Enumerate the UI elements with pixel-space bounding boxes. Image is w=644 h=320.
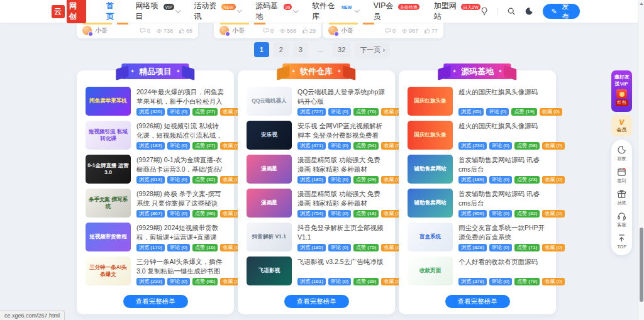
post-card-partial[interactable]: 小哥073865 [77, 23, 198, 38]
page-button[interactable]: 32 [333, 42, 350, 57]
vip-member-entry[interactable]: V 会员 [611, 115, 632, 136]
page-button[interactable]: 3 [293, 42, 308, 57]
views-badge: 浏览 (170) [136, 244, 165, 251]
browser-status-url: ce.xge6.com/267.html [0, 311, 65, 320]
column-ribbon: ✦源码基地✦ [443, 63, 511, 79]
tool-label: 客服 [617, 222, 626, 228]
lamp-icon[interactable] [480, 6, 489, 16]
invite-line-1: 邀好友 [614, 74, 629, 80]
scrollbar[interactable] [638, 0, 644, 320]
next-page-button[interactable]: 下一页 › [355, 42, 390, 57]
nav-item-0[interactable]: 首页 [106, 0, 120, 23]
list-item[interactable]: 杀手文案 撰写系统(9928期) 终极 杀手文案-撰写系统 只要你掌握了这些秘诀… [86, 189, 225, 218]
nav-item-6[interactable]: 加盟网站日入2W [434, 0, 480, 23]
post-card-partial[interactable]: 小哥056829 [214, 23, 321, 38]
item-title: 飞语影视 v3.2.5去广告纯净版 [297, 257, 386, 275]
list-item[interactable]: 安乐视安乐视 全网VIP蓝光视频解析脚本 免登录付费影视免费看浏览 (471)评… [247, 121, 386, 150]
item-title: 2024年最火爆的项目，闲鱼卖苹果耳机，新手小白轻松月入2W+简单易上手 [136, 87, 225, 106]
tool-gift[interactable]: 抽奖 [617, 189, 626, 206]
nav-item-3[interactable]: 源码基地99 [255, 0, 297, 23]
views-badge: 浏览 (185) [297, 244, 326, 251]
nav-item-2[interactable]: 活动资讯NEW [194, 0, 240, 23]
list-item[interactable]: 辅助售卖网站首发辅助售卖网站源码 讯睿cms后台浏览 (189)评论 (0)点赞… [408, 155, 547, 184]
item-title: QQ云端机器人登录系统php源码开心版 [297, 87, 386, 106]
list-item[interactable]: 三分钟一条AI头条爆文三分钟一条AI头条爆文，插件3.0 复制粘贴一键生成抄书图… [86, 257, 225, 285]
nav-item-1[interactable]: 网络项目VIP [135, 0, 179, 23]
item-thumbnail: 辅助售卖网站 [408, 155, 453, 184]
list-item[interactable]: 飞语影视飞语影视 v3.2.5去广告纯净版浏览 (161)评论 (0)点赞 (3… [247, 257, 386, 285]
likes-badge: 点赞 (32) [514, 210, 540, 218]
view-full-list-button[interactable]: 查看完整榜单 [445, 295, 510, 308]
thumbnail-caption: 盲盒系统 [419, 233, 441, 240]
tool-calendar[interactable]: 签到 [617, 167, 626, 184]
thumbnail-caption: 飞语影视 [258, 267, 280, 274]
column-title: 软件仓库 [300, 66, 333, 77]
vip-v-icon: V [619, 119, 624, 126]
like-icon [179, 28, 185, 34]
tool-top[interactable]: TOP [617, 233, 626, 250]
thumbnail-caption: 收款页面 [419, 267, 441, 274]
item-badges: 浏览 (185)评论 (0)点赞 (29)收藏 (0) [297, 176, 386, 184]
dark-mode-moon-icon[interactable] [525, 6, 533, 16]
stat-value: 0 [147, 28, 150, 34]
list-item[interactable]: 收款页面个人好看的收款有页面源码浏览 (378)评论 (0)点赞 (79)收藏 … [408, 257, 547, 285]
item-badges: 浏览 (161)评论 (0)点赞 (39)收藏 (0) [297, 278, 386, 285]
nav-badge: NEW [340, 4, 353, 10]
likes-badge: 点赞 (75) [353, 244, 379, 251]
item-content: 漫画星精简版 功能强大 免费漫画 独家精彩 多种题材浏览 (754)评论 (0)… [297, 189, 386, 218]
list-item[interactable]: 0-1金牌直播 运营3.0(9927期) 0-1成为金牌直播-衣橱商品卡运营3.… [86, 155, 225, 184]
list-item[interactable]: 短视频引流 私域转化课(9926期) 短视频引流 私域转化课，短视频精准引流私域… [86, 121, 225, 150]
list-item[interactable]: 盲盒系统雨尘交友盲盒系统一款PHP开源免费的盲盒系统浏览 (828)评论 (0)… [408, 223, 547, 251]
list-item[interactable]: 漫画星漫画星精简版 功能强大 免费漫画 独家精彩 多种题材浏览 (185)评论 … [247, 155, 386, 184]
comment-icon [385, 28, 391, 34]
item-badges: 浏览 (471)评论 (0)点赞 (54)收藏 (0) [297, 142, 386, 150]
stat-comments: 0 [140, 28, 150, 34]
invite-friends-banner[interactable]: 邀好友 送VIP 红包 [611, 70, 632, 112]
list-item[interactable]: 辅助售卖网站首发辅助售卖网站源码 讯睿cms后台浏览 (959)评论 (0)点赞… [408, 189, 547, 218]
list-item[interactable]: 短视频带货教程(9929期) 2024短视频带货教程，剪辑课+运营课+直播课+拍… [86, 223, 225, 251]
calendar-icon [617, 167, 626, 177]
tool-label: 昼夜 [617, 156, 626, 162]
comments-badge: 评论 (0) [167, 142, 190, 150]
scrollbar-thumb[interactable] [640, 228, 643, 302]
nav-item-5[interactable]: VIP会员充值特惠 [374, 0, 419, 23]
item-content: 首发辅助售卖网站源码 讯睿cms后台浏览 (189)评论 (0)点赞 (23)收… [458, 155, 547, 184]
item-badges: 浏览 (185)评论 (0)点赞 (75)收藏 (0) [297, 244, 386, 251]
page-button[interactable]: 1 [254, 42, 269, 57]
view-full-list-button[interactable]: 查看完整榜单 [284, 295, 349, 308]
publish-button[interactable]: ✎ 发布 [543, 4, 580, 19]
author-name: 小哥 [341, 26, 353, 35]
item-list: 闲鱼卖苹果耳机2024年最火爆的项目，闲鱼卖苹果耳机，新手小白轻松月入2W+简单… [77, 70, 234, 285]
logo-block-2: 网创 [67, 0, 86, 23]
stat-views: 568 [279, 28, 296, 34]
item-thumbnail: 漫画星 [247, 189, 292, 218]
scroll-up-arrow-icon[interactable] [640, 3, 643, 5]
column-footer: 查看完整榜单 [399, 295, 556, 309]
list-item[interactable]: 漫画星漫画星精简版 功能强大 免费漫画 独家精彩 多种题材浏览 (754)评论 … [247, 189, 386, 218]
item-badges: 浏览 (234)评论 (0)点赞 (58)收藏 (0) [458, 142, 547, 150]
top-navbar: 云 网创 首页网络项目VIP活动资讯NEW源码基地99软件仓库NEWVIP会员充… [0, 0, 644, 23]
item-title: (9928期) 终极 杀手文案-撰写系统 只要你掌握了这些秘诀 你可以在沙漠里.… [136, 189, 225, 207]
item-content: 抖音免登录解析主页全部视频V1.1浏览 (185)评论 (0)点赞 (75)收藏… [297, 223, 386, 251]
view-full-list-button[interactable]: 查看完整榜单 [123, 295, 188, 308]
publish-label: 发布 [560, 2, 571, 21]
floating-toolbar: 昼夜签到抽奖客服TOP [611, 140, 632, 255]
site-logo[interactable]: 云 网创 [52, 0, 86, 23]
page-button[interactable]: 2 [274, 42, 289, 57]
list-item[interactable]: 国庆红旗头像超火的国庆红旗风头像源码浏览 (234)评论 (0)点赞 (58)收… [408, 121, 547, 150]
list-item[interactable]: 国庆红旗头像超火的国庆红旗风头像源码浏览 (65)评论 (0)点赞 (19)收藏… [408, 87, 547, 116]
column-ribbon: ✦软件仓库✦ [282, 63, 350, 79]
nav-item-4[interactable]: 软件仓库NEW [312, 0, 358, 23]
list-item[interactable]: QQ云端机器人QQ云端机器人登录系统php源码开心版浏览 (727)评论 (0)… [247, 87, 386, 116]
list-item[interactable]: 抖音解析 V1.1抖音免登录解析主页全部视频V1.1浏览 (185)评论 (0)… [247, 223, 386, 251]
tool-moon[interactable]: 昼夜 [617, 145, 626, 162]
search-icon[interactable] [507, 6, 516, 16]
list-item[interactable]: 闲鱼卖苹果耳机2024年最火爆的项目，闲鱼卖苹果耳机，新手小白轻松月入2W+简单… [86, 87, 225, 116]
item-thumbnail: 漫画星 [247, 155, 292, 184]
views-badge: 浏览 (185) [297, 176, 326, 184]
post-card-partial[interactable]: 小哥096777 [323, 23, 443, 38]
likes-badge: 点赞 (29) [353, 176, 379, 184]
eye-icon [156, 28, 162, 34]
tool-headset[interactable]: 客服 [617, 211, 626, 228]
tool-label: 抽奖 [617, 200, 626, 206]
